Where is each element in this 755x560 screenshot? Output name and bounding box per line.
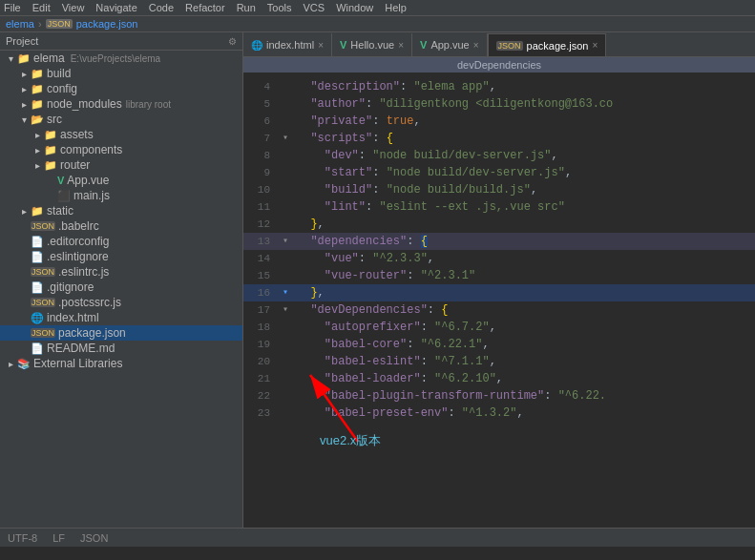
code-line-14: 14 "vue": "^2.3.3", xyxy=(243,250,755,267)
expand-arrow[interactable]: ▸ xyxy=(17,99,31,110)
tree-label: config xyxy=(47,82,77,95)
line-num: 4 xyxy=(243,78,278,95)
tree-item-static[interactable]: ▸ 📁 static xyxy=(0,203,242,218)
breadcrumb-part-1[interactable]: elema xyxy=(6,18,34,30)
fold-gutter-foldable[interactable]: ▾ xyxy=(278,233,293,250)
menu-run[interactable]: Run xyxy=(237,2,256,13)
tree-item-eslintrc-js[interactable]: JSON .eslintrc.js xyxy=(0,264,242,280)
js-badge-icon: JSON xyxy=(31,267,55,277)
menu-bar: File Edit View Navigate Code Refactor Ru… xyxy=(0,0,755,16)
menu-tools[interactable]: Tools xyxy=(267,2,292,13)
menu-file[interactable]: File xyxy=(4,2,21,13)
tree-label: elema xyxy=(33,52,65,65)
code-content: "vue": "^2.3.3", xyxy=(293,250,755,267)
code-line-23: 23 "babel-preset-env": "^1.3.2", xyxy=(243,404,755,422)
line-num: 5 xyxy=(243,95,278,113)
tree-item-components[interactable]: ▸ 📁 components xyxy=(0,142,242,157)
tree-item-eslintignore[interactable]: 📄 .eslintignore xyxy=(0,249,242,264)
tree-item-elema[interactable]: ▾ 📁 elema E:\vueProjects\elema xyxy=(0,51,242,66)
menu-edit[interactable]: Edit xyxy=(32,2,51,13)
menu-code[interactable]: Code xyxy=(149,2,174,13)
project-icon: 📁 xyxy=(17,52,31,65)
code-content: "babel-loader": "^6.2.10", xyxy=(293,370,755,387)
file-icon: 📄 xyxy=(31,342,44,355)
code-content: "private": true, xyxy=(293,113,755,130)
tree-item-gitignore[interactable]: 📄 .gitignore xyxy=(0,280,242,295)
breadcrumb-part-2[interactable]: package.json xyxy=(76,18,138,30)
tree-item-main-js[interactable]: ⬛ main.js xyxy=(0,188,242,203)
tab-app-vue[interactable]: V App.vue × xyxy=(412,33,488,56)
code-content: "babel-eslint": "^7.1.1", xyxy=(293,353,755,370)
tree-label: static xyxy=(47,204,73,218)
menu-vcs[interactable]: VCS xyxy=(304,2,325,13)
expand-arrow[interactable]: ▸ xyxy=(31,145,44,156)
tree-item-src[interactable]: ▾ 📂 src xyxy=(0,112,242,127)
code-editor[interactable]: 4 "description": "elema app", 5 "author"… xyxy=(243,74,755,528)
tree-item-app-vue[interactable]: V App.vue xyxy=(0,173,242,188)
expand-arrow[interactable]: ▸ xyxy=(4,359,17,369)
tab-close-icon[interactable]: × xyxy=(398,40,404,51)
tree-item-readme[interactable]: 📄 README.md xyxy=(0,341,242,356)
expand-arrow[interactable]: ▸ xyxy=(17,69,31,79)
tree-item-package-json[interactable]: JSON package.json xyxy=(0,325,242,341)
expand-arrow[interactable]: ▸ xyxy=(17,84,31,94)
tree-item-postcssrc-js[interactable]: JSON .postcssrc.js xyxy=(0,295,242,310)
folder-open-icon: 📂 xyxy=(31,114,44,126)
code-content: "vue-router": "^2.3.1" xyxy=(293,267,755,284)
fold-gutter-foldable[interactable]: ▾ xyxy=(278,284,293,301)
code-content: "dev": "node build/dev-server.js", xyxy=(293,147,755,164)
tree-label: External Libraries xyxy=(33,357,122,370)
library-root-badge: library root xyxy=(126,99,171,110)
expand-arrow[interactable]: ▸ xyxy=(17,206,31,217)
tree-item-external-libs[interactable]: ▸ 📚 External Libraries xyxy=(0,356,242,371)
expand-arrow[interactable]: ▸ xyxy=(31,160,44,171)
tree-label: .gitignore xyxy=(47,280,94,294)
tab-package-json[interactable]: JSON package.json × xyxy=(488,33,607,56)
tree-item-editorconfig[interactable]: 📄 .editorconfig xyxy=(0,234,242,249)
project-path: E:\vueProjects\elema xyxy=(71,53,161,64)
fold-gutter-foldable[interactable]: ▾ xyxy=(278,130,293,147)
tree-item-build[interactable]: ▸ 📁 build xyxy=(0,66,242,81)
js-file-icon: ⬛ xyxy=(57,190,71,202)
sidebar-title: Project xyxy=(6,35,38,47)
tree-label: .babelrc xyxy=(58,219,99,233)
line-num: 19 xyxy=(243,336,278,353)
menu-view[interactable]: View xyxy=(62,2,85,13)
code-line-6: 6 "private": true, xyxy=(243,113,755,130)
expand-arrow[interactable]: ▾ xyxy=(4,53,17,64)
tab-close-icon[interactable]: × xyxy=(473,40,479,51)
tab-hello-vue[interactable]: V Hello.vue × xyxy=(332,33,412,56)
code-line-17: 17 ▾ "devDependencies": { xyxy=(243,301,755,319)
tree-item-node-modules[interactable]: ▸ 📁 node_modules library root xyxy=(0,96,242,112)
line-num: 6 xyxy=(243,113,278,130)
code-content: "lint": "eslint --ext .js,.vue src" xyxy=(293,198,755,216)
folder-icon: 📁 xyxy=(31,83,44,95)
tab-close-icon[interactable]: × xyxy=(318,40,324,51)
sidebar-controls[interactable]: ⚙ xyxy=(228,36,237,47)
tree-item-router[interactable]: ▸ 📁 router xyxy=(0,157,242,173)
expand-arrow[interactable]: ▸ xyxy=(31,130,44,140)
tab-index-html[interactable]: 🌐 index.html × xyxy=(243,33,332,56)
tree-item-config[interactable]: ▸ 📁 config xyxy=(0,81,242,96)
tab-label: index.html xyxy=(266,39,314,51)
tree-label: .eslintignore xyxy=(47,250,109,263)
expand-arrow[interactable]: ▾ xyxy=(17,114,31,125)
code-content: "build": "node build/build.js", xyxy=(293,181,755,198)
html-file-icon: 🌐 xyxy=(31,312,44,324)
code-line-5: 5 "author": "diligentkong <diligentkong@… xyxy=(243,95,755,113)
editor-area: 🌐 index.html × V Hello.vue × V App.vue ×… xyxy=(243,32,755,528)
tree-item-assets[interactable]: ▸ 📁 assets xyxy=(0,127,242,142)
menu-help[interactable]: Help xyxy=(385,2,407,13)
fold-gutter-foldable[interactable]: ▾ xyxy=(278,301,293,319)
tree-item-babelrc[interactable]: JSON .babelrc xyxy=(0,218,242,234)
tab-close-icon[interactable]: × xyxy=(592,40,598,51)
tree-label: .postcssrc.js xyxy=(58,296,121,309)
line-num: 18 xyxy=(243,319,278,336)
tree-label: .editorconfig xyxy=(47,235,109,248)
menu-navigate[interactable]: Navigate xyxy=(95,2,136,13)
menu-refactor[interactable]: Refactor xyxy=(185,2,225,13)
menu-window[interactable]: Window xyxy=(336,2,373,13)
tree-item-index-html[interactable]: 🌐 index.html xyxy=(0,310,242,325)
sidebar-header: Project ⚙ xyxy=(0,32,242,51)
line-num: 17 xyxy=(243,301,278,319)
